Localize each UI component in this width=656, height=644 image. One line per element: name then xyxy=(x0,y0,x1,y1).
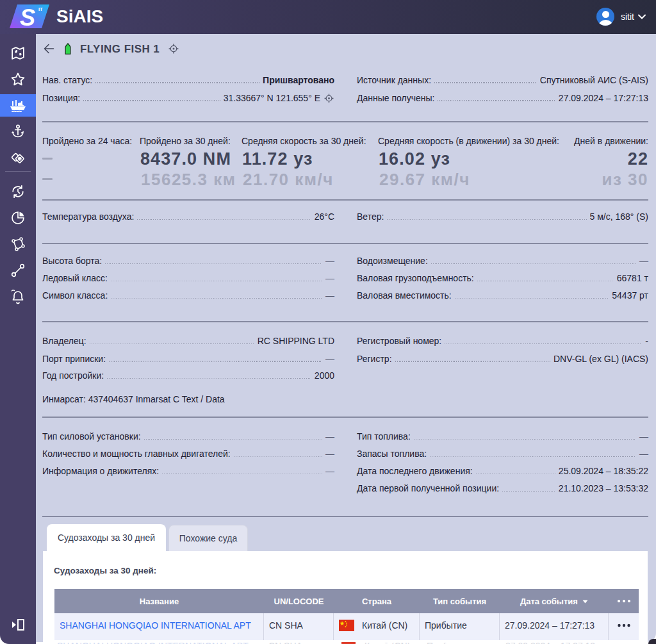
svg-text:S: S xyxy=(20,4,35,28)
svg-text:IT: IT xyxy=(38,6,43,12)
